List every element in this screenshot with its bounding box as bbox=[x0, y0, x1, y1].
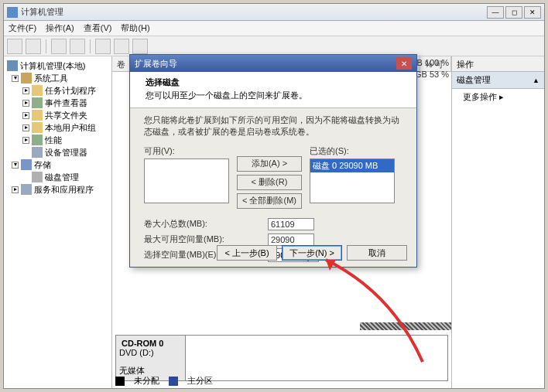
menu-file[interactable]: 文件(F) bbox=[9, 22, 36, 34]
properties-button[interactable] bbox=[70, 39, 85, 54]
up-button[interactable] bbox=[51, 39, 67, 54]
services-icon bbox=[21, 184, 32, 195]
expand-icon[interactable]: ▸ bbox=[22, 100, 29, 107]
tree-storage[interactable]: ▾存储 bbox=[4, 159, 111, 171]
tree-services[interactable]: ▸服务和应用程序 bbox=[4, 183, 111, 196]
max-avail-label: 最大可用空间量(MB): bbox=[144, 233, 268, 245]
tree-devmgr[interactable]: 设备管理器 bbox=[4, 146, 111, 159]
perf-icon bbox=[32, 135, 43, 145]
storage-icon bbox=[21, 159, 32, 170]
max-avail-value: 29090 bbox=[268, 233, 314, 246]
actions-section[interactable]: 磁盘管理▲ bbox=[452, 72, 544, 89]
shared-icon bbox=[32, 110, 43, 121]
expand-icon[interactable]: ▸ bbox=[22, 87, 29, 94]
tree-users[interactable]: ▸本地用户和组 bbox=[4, 121, 111, 134]
legend: 未分配 主分区 bbox=[115, 375, 213, 387]
tree-root[interactable]: 计算机管理(本地) bbox=[4, 60, 111, 72]
menubar: 文件(F) 操作(A) 查看(V) 帮助(H) bbox=[4, 21, 544, 36]
available-listbox[interactable] bbox=[144, 159, 229, 203]
disk-body bbox=[186, 336, 447, 380]
actions-header: 操作 bbox=[452, 56, 544, 72]
devmgr-icon bbox=[32, 147, 43, 158]
total-label: 卷大小总数(MB): bbox=[144, 218, 268, 230]
expand-icon[interactable]: ▸ bbox=[22, 137, 29, 144]
tree-sidebar: 计算机管理(本地) ▾系统工具 ▸任务计划程序 ▸事件查看器 ▸共享文件夹 ▸本… bbox=[4, 56, 112, 388]
tree-event[interactable]: ▸事件查看器 bbox=[4, 97, 111, 109]
disk-icon bbox=[32, 172, 43, 182]
disk-label: CD-ROM 0 DVD (D:) 无媒体 bbox=[116, 336, 186, 380]
users-icon bbox=[32, 122, 43, 133]
tree-shared[interactable]: ▸共享文件夹 bbox=[4, 109, 111, 121]
remove-button[interactable]: < 删除(R) bbox=[237, 175, 302, 190]
chevron-right-icon: ▸ bbox=[499, 92, 504, 101]
minimize-button[interactable]: — bbox=[487, 6, 504, 19]
wizard-note: 您只能将此卷扩展到如下所示的可用空间，因为不能将磁盘转换为动态磁盘，或者被扩展的… bbox=[144, 114, 402, 138]
cdrom-row[interactable]: CD-ROM 0 DVD (D:) 无媒体 bbox=[115, 335, 448, 381]
extend-volume-wizard: 扩展卷向导 ✕ 选择磁盘 您可以用至少一个磁盘上的空间来扩展卷。 您只能将此卷扩… bbox=[129, 54, 417, 268]
export-button[interactable] bbox=[114, 39, 129, 54]
wizard-title: 扩展卷向导 bbox=[135, 58, 396, 70]
wizard-titlebar: 扩展卷向导 ✕ bbox=[130, 55, 416, 72]
tree-perf[interactable]: ▸性能 bbox=[4, 134, 111, 146]
help-button[interactable] bbox=[132, 39, 148, 54]
legend-primary-swatch bbox=[169, 377, 178, 386]
partition-hatch bbox=[360, 322, 451, 330]
actions-pane: 操作 磁盘管理▲ 更多操作 ▸ bbox=[451, 56, 544, 388]
maximize-button[interactable]: ◻ bbox=[505, 6, 522, 19]
wizard-header: 选择磁盘 您可以用至少一个磁盘上的空间来扩展卷。 bbox=[130, 72, 416, 108]
add-button[interactable]: 添加(A) > bbox=[237, 156, 302, 172]
next-button[interactable]: 下一步(N) > bbox=[282, 245, 342, 261]
event-icon bbox=[32, 97, 43, 108]
tree-systools[interactable]: ▾系统工具 bbox=[4, 72, 111, 84]
menu-view[interactable]: 查看(V) bbox=[84, 22, 112, 34]
wrench-icon bbox=[21, 73, 32, 84]
tree-diskmgmt[interactable]: 磁盘管理 bbox=[4, 171, 111, 183]
expand-icon[interactable]: ▸ bbox=[22, 112, 29, 119]
collapse-icon[interactable]: ▾ bbox=[12, 75, 19, 82]
legend-unalloc-swatch bbox=[115, 377, 125, 386]
total-value: 61109 bbox=[268, 218, 314, 230]
wizard-subheading: 您可以用至少一个磁盘上的空间来扩展卷。 bbox=[146, 90, 401, 101]
expand-icon[interactable]: ▸ bbox=[12, 186, 19, 193]
wizard-heading: 选择磁盘 bbox=[146, 77, 401, 88]
tree-task[interactable]: ▸任务计划程序 bbox=[4, 84, 111, 97]
expand-icon[interactable]: ▸ bbox=[22, 124, 29, 131]
menu-action[interactable]: 操作(A) bbox=[46, 22, 74, 34]
window-title: 计算机管理 bbox=[21, 6, 487, 18]
actions-more[interactable]: 更多操作 ▸ bbox=[452, 89, 544, 105]
forward-button[interactable] bbox=[26, 39, 41, 54]
chevron-up-icon: ▲ bbox=[533, 77, 539, 84]
refresh-button[interactable] bbox=[95, 39, 111, 54]
cancel-button[interactable]: 取消 bbox=[347, 245, 407, 261]
app-icon bbox=[7, 7, 18, 18]
back-button[interactable] bbox=[7, 39, 22, 54]
titlebar: 计算机管理 — ◻ ✕ bbox=[4, 4, 544, 21]
remove-all-button[interactable]: < 全部删除(M) bbox=[237, 193, 302, 209]
collapse-icon[interactable]: ▾ bbox=[12, 162, 19, 169]
wizard-close-button[interactable]: ✕ bbox=[396, 57, 412, 70]
menu-help[interactable]: 帮助(H) bbox=[121, 22, 149, 34]
selected-item[interactable]: 磁盘 0 29090 MB bbox=[310, 159, 394, 172]
computer-icon bbox=[7, 60, 18, 71]
selected-listbox[interactable]: 磁盘 0 29090 MB bbox=[310, 159, 395, 203]
back-button[interactable]: < 上一步(B) bbox=[217, 245, 277, 261]
task-icon bbox=[32, 85, 43, 96]
close-button[interactable]: ✕ bbox=[524, 6, 541, 19]
selected-label: 已选的(S): bbox=[310, 145, 395, 157]
available-label: 可用(V): bbox=[144, 145, 229, 157]
